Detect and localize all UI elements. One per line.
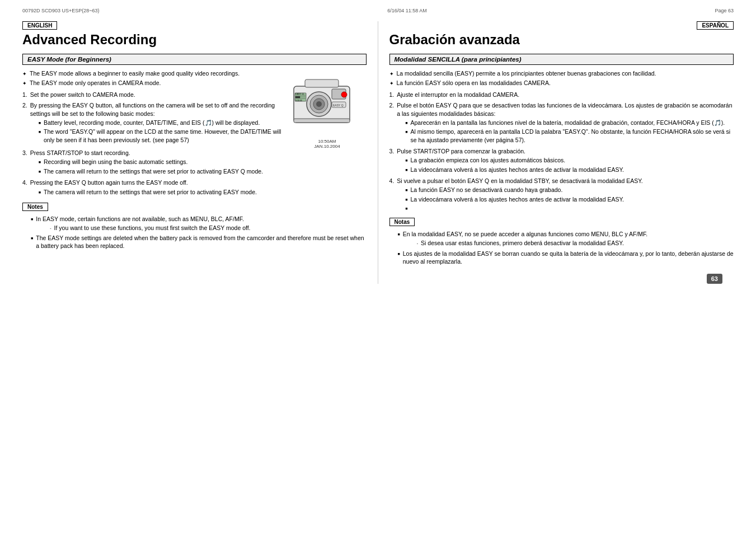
spanish-notes-section: Notas En la modalidad EASY, no se puede … [389, 218, 734, 265]
file-info-left: 00792D SCD903 US+ESP(28~63) [22, 8, 100, 13]
english-step-4: 4. Pressing the EASY Q button again turn… [22, 179, 367, 197]
spanish-step-1: 1. Ajuste el interruptor en la modalidad… [389, 91, 734, 99]
english-step-3-content: Press START/STOP to start recording. Rec… [30, 149, 263, 176]
english-step-3: 3. Press START/STOP to start recording. … [22, 149, 367, 176]
svg-text:EASY Q: EASY Q [295, 92, 304, 95]
english-step-4-content: Pressing the EASY Q button again turns t… [30, 179, 257, 197]
english-step-2-content: By pressing the EASY Q button, all funct… [30, 101, 283, 145]
camera-image: EASY Q EASY Q 9:30:0 [288, 69, 367, 149]
spanish-intro-item-2: La función EASY sólo opera en las modali… [389, 79, 734, 87]
camera-illustration: EASY Q EASY Q 9:30:0 [288, 69, 361, 137]
english-intro-list: The EASY mode allows a beginner to easil… [22, 69, 283, 87]
spanish-step-2-sub-2: Al mismo tiempo, aparecerá en la pantall… [405, 128, 734, 143]
english-step-1-num: 1. [22, 91, 27, 99]
english-note-1-dash-1: If you want to use these functions, you … [50, 224, 250, 232]
spanish-step-3-sub-1: La grabación empieza con los ajustes aut… [405, 156, 624, 164]
svg-point-17 [341, 92, 347, 97]
spanish-step-2-num: 2. [389, 101, 395, 145]
page-number-badge: 63 [707, 274, 722, 284]
svg-point-4 [316, 101, 322, 107]
spanish-notes-list: En la modalidad EASY, no se puede accede… [389, 230, 734, 265]
spanish-title: Grabación avanzada [389, 32, 734, 48]
spanish-step-2-sub: Aparecerán en la pantalla las funciones … [397, 119, 734, 144]
english-step-3-sub-1: Recording will begin using the basic aut… [39, 158, 263, 166]
spanish-notes-label: Notas [389, 218, 415, 226]
english-step-2-sub-1: Battery level, recording mode, counter, … [39, 119, 283, 127]
svg-rect-8 [305, 79, 339, 87]
english-step-2-text: By pressing the EASY Q button, all funct… [30, 102, 275, 117]
spanish-step-3-content: Pulse START/STOP para comenzar la grabac… [397, 147, 624, 175]
spanish-step-4-sub-1: La función EASY no se desactivará cuando… [405, 186, 643, 194]
english-note-1: In EASY mode, certain functions are not … [31, 215, 367, 233]
english-step-2-sub-2: The word "EASY.Q" will appear on the LCD… [39, 128, 283, 143]
file-info-right: Page 63 [715, 8, 734, 13]
english-step-1: 1. Set the power switch to CAMERA mode. [22, 91, 283, 99]
english-notes-section: Notes In EASY mode, certain functions ar… [22, 203, 367, 250]
file-header: 00792D SCD903 US+ESP(28~63) 6/16/04 11:5… [0, 6, 756, 16]
spanish-step-2-sub-1: Aparecerán en la pantalla las funciones … [405, 119, 734, 127]
spanish-step-4-sub: La función EASY no se desactivará cuando… [397, 186, 643, 211]
spanish-step-3-text: Pulse START/STOP para comenzar la grabac… [397, 148, 525, 154]
spanish-step-2-text: Pulse el botón EASY Q para que se desact… [397, 102, 732, 117]
english-step-2-sub: Battery level, recording mode, counter, … [30, 119, 283, 144]
spanish-note-1-dash-1: Si desea usar estas funciones, primero d… [417, 239, 648, 247]
svg-text:9:30:00: 9:30:00 [295, 100, 302, 102]
spanish-intro-list: La modalidad sencilla (EASY) permite a l… [389, 69, 734, 87]
spanish-step-4-sub-3 [405, 204, 643, 211]
english-note-1-dash: If you want to use these functions, you … [36, 224, 250, 232]
spanish-step-3-sub-2: La videocámara volverá a los ajustes hec… [405, 166, 624, 174]
english-step-4-sub-1: The camera will return to the settings t… [39, 188, 257, 196]
spanish-note-2: Los ajustes de la modalidad EASY se borr… [398, 250, 734, 265]
english-title: Advanced Recording [22, 32, 367, 48]
english-note-1-content: In EASY mode, certain functions are not … [36, 215, 250, 233]
english-step-4-num: 4. [22, 179, 27, 197]
main-content: ENGLISH Advanced Recording EASY Mode (fo… [0, 16, 756, 295]
english-step-1-text: Set the power switch to CAMERA mode. [30, 91, 135, 99]
spanish-step-2: 2. Pulse el botón EASY Q para que se des… [389, 101, 734, 145]
spanish-note-1: En la modalidad EASY, no se puede accede… [398, 230, 734, 248]
spanish-step-3-sub: La grabación empieza con los ajustes aut… [397, 156, 624, 173]
spanish-step-4: 4. Si vuelve a pulsar el botón EASY Q en… [389, 177, 734, 212]
english-step-4-text: Pressing the EASY Q button again turns t… [30, 179, 188, 186]
english-subsection: EASY Mode (for Beginners) [22, 54, 367, 65]
camera-date: 10:50AMJAN.10.2004 [288, 139, 367, 149]
english-note-2: The EASY mode settings are deleted when … [31, 234, 367, 250]
spanish-step-3-num: 3. [389, 147, 395, 175]
english-step-3-sub: Recording will begin using the basic aut… [30, 158, 263, 175]
english-intro-text: The EASY mode allows a beginner to easil… [22, 69, 283, 149]
spanish-intro-item-1: La modalidad sencilla (EASY) permite a l… [389, 69, 734, 78]
english-step-4-sub: The camera will return to the settings t… [30, 188, 257, 196]
spanish-step-4-content: Si vuelve a pulsar el botón EASY Q en la… [397, 177, 643, 212]
english-step-3-num: 3. [22, 149, 27, 176]
svg-rect-16 [294, 119, 350, 123]
spanish-column: ESPAÑOL Grabación avanzada Modalidad SEN… [378, 21, 734, 284]
english-step-3-text: Press START/STOP to start recording. [30, 149, 130, 156]
english-intro-item-1: The EASY mode allows a beginner to easil… [22, 69, 283, 78]
spanish-step-4-sub-2: La videocámara volverá a los ajustes hec… [405, 195, 643, 203]
spanish-note-1-dash: Si desea usar estas funciones, primero d… [403, 239, 648, 247]
spanish-step-2-content: Pulse el botón EASY Q para que se desact… [397, 101, 734, 145]
english-intro-area: The EASY mode allows a beginner to easil… [22, 69, 367, 149]
spanish-step-4-num: 4. [389, 177, 395, 212]
english-step-3-sub-2: The camera will return to the settings t… [39, 167, 263, 175]
spanish-subsection: Modalidad SENCILLA (para principiantes) [389, 54, 734, 65]
file-info-center: 6/16/04 11:58 AM [387, 8, 427, 13]
english-step-2: 2. By pressing the EASY Q button, all fu… [22, 101, 283, 145]
spanish-step-1-num: 1. [389, 91, 395, 99]
svg-rect-14 [295, 96, 300, 98]
english-intro-item-2: The EASY mode only operates in CAMERA mo… [22, 79, 283, 87]
english-notes-label: Notes [22, 203, 48, 211]
english-notes-list: In EASY mode, certain functions are not … [22, 215, 367, 250]
page-wrapper: 00792D SCD903 US+ESP(28~63) 6/16/04 11:5… [0, 0, 756, 534]
spanish-step-1-text: Ajuste el interruptor en la modalidad CA… [397, 91, 519, 99]
spanish-step-3: 3. Pulse START/STOP para comenzar la gra… [389, 147, 734, 175]
english-step-2-num: 2. [22, 101, 27, 145]
english-column: ENGLISH Advanced Recording EASY Mode (fo… [22, 21, 378, 284]
svg-text:EASY Q: EASY Q [333, 104, 344, 107]
spanish-badge: ESPAÑOL [697, 21, 734, 30]
spanish-note-1-content: En la modalidad EASY, no se puede accede… [403, 230, 648, 248]
spanish-step-4-text: Si vuelve a pulsar el botón EASY Q en la… [397, 177, 643, 184]
english-badge: ENGLISH [22, 21, 57, 30]
